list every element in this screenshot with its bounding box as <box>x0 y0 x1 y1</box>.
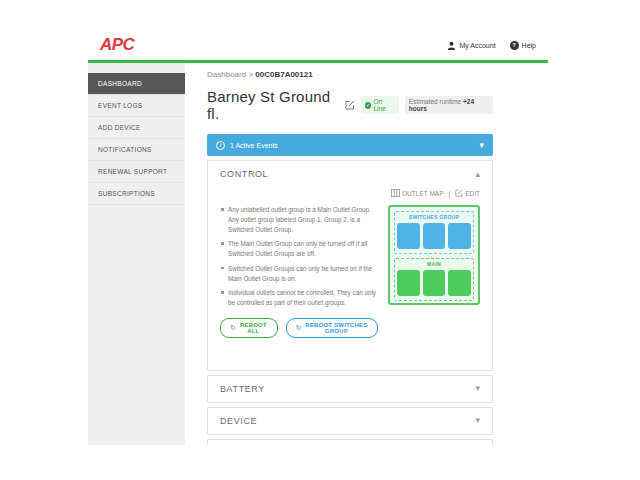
outlet-square <box>423 223 446 249</box>
chevron-down-icon[interactable]: ▾ <box>479 141 484 150</box>
outlet-square <box>397 223 420 249</box>
main-content: Dashboard > 00C0B7A00121 Barney St Groun… <box>185 63 548 445</box>
outlet-row <box>397 270 471 296</box>
battery-card: BATTERY ▾ <box>207 375 493 403</box>
outlet-group-label: MAIN <box>397 262 471 267</box>
app-header: APC My Account ? Help <box>88 30 548 60</box>
outlet-group-label: SWITCHES GROUP <box>397 215 471 220</box>
status-badge: ✓ On Line <box>361 96 399 114</box>
active-events-banner[interactable]: i 1 Active Events ▾ <box>207 134 493 156</box>
battery-title: BATTERY <box>220 384 265 394</box>
help-button[interactable]: ? Help <box>510 41 536 50</box>
edit-icon <box>455 189 463 197</box>
sidebar-item-add-device[interactable]: ADD DEVICE <box>88 117 185 139</box>
chevron-up-icon[interactable]: ▴ <box>475 170 480 179</box>
sidebar: DASHBOARD EVENT LOGS ADD DEVICE NOTIFICA… <box>88 63 185 445</box>
banner-left: i 1 Active Events <box>216 141 278 150</box>
header-actions: My Account ? Help <box>447 41 536 50</box>
apc-logo: APC <box>100 35 134 55</box>
outlet-map-link[interactable]: OUTLET MAP <box>391 189 443 197</box>
help-label: Help <box>522 42 536 49</box>
link-separator: | <box>448 190 450 197</box>
rule-item: Individual outlets cannot be controlled.… <box>220 288 378 308</box>
app-window: APC My Account ? Help DASHBOARD EVENT LO… <box>88 30 548 445</box>
outlet-square <box>448 270 471 296</box>
breadcrumb-separator: > <box>248 70 253 79</box>
user-icon <box>447 41 456 50</box>
rule-item: The Main Outlet Group can only be turned… <box>220 239 378 259</box>
outlet-map-link-label: OUTLET MAP <box>402 190 443 197</box>
diagnostics-card: DIAGNOSTICS ▴ UPS SELF TEST ? AUDIBLE AL… <box>207 439 493 445</box>
chevron-down-icon[interactable]: ▾ <box>475 416 480 425</box>
sidebar-item-notifications[interactable]: NOTIFICATIONS <box>88 139 185 161</box>
outlet-group-switches: SWITCHES GROUP <box>394 211 474 254</box>
device-card: DEVICE ▾ <box>207 407 493 435</box>
runtime-label: Estimated runtime <box>409 98 461 105</box>
runtime-badge: Estimated runtime +24 hours <box>405 96 493 114</box>
rule-item: Any unlabelled outlet group is a Main Ou… <box>220 205 378 234</box>
control-card: CONTROL ▴ OUTLET MAP | <box>207 160 493 371</box>
status-label: On Line <box>373 98 394 112</box>
rules-list: Any unlabelled outlet group is a Main Ou… <box>220 205 378 308</box>
control-bottom-padding <box>208 338 492 370</box>
outlet-map-links: OUTLET MAP | EDIT <box>208 187 492 201</box>
outlet-square <box>423 270 446 296</box>
page-title: Barney St Ground fl. <box>207 88 339 122</box>
check-icon: ✓ <box>365 102 372 109</box>
sidebar-item-subscriptions[interactable]: SUBSCRIPTIONS <box>88 183 185 205</box>
chevron-down-icon[interactable]: ▾ <box>475 384 480 393</box>
outlet-map: SWITCHES GROUP MAIN <box>388 205 480 305</box>
edit-link-label: EDIT <box>465 190 480 197</box>
rule-item: Switched Outlet Groups can only be turne… <box>220 264 378 284</box>
control-title: CONTROL <box>220 169 268 179</box>
info-icon: i <box>216 141 225 150</box>
page-body: DASHBOARD EVENT LOGS ADD DEVICE NOTIFICA… <box>88 63 548 445</box>
reboot-switches-label: REBOOT SWITCHES GROUP <box>305 322 368 334</box>
edit-link[interactable]: EDIT <box>455 189 480 197</box>
reboot-all-label: REBOOT ALL <box>239 322 268 334</box>
outlet-row <box>397 223 471 249</box>
reboot-switches-group-button[interactable]: ↻ REBOOT SWITCHES GROUP <box>286 318 378 338</box>
reboot-all-button[interactable]: ↻ REBOOT ALL <box>220 318 278 338</box>
help-icon: ? <box>510 41 519 50</box>
breadcrumb-device-id: 00C0B7A00121 <box>255 70 312 79</box>
reboot-buttons: ↻ REBOOT ALL ↻ REBOOT SWITCHES GROUP <box>220 318 378 338</box>
device-section-header[interactable]: DEVICE ▾ <box>208 408 492 434</box>
outlet-map-column: SWITCHES GROUP MAIN <box>388 205 480 338</box>
map-icon <box>391 189 400 197</box>
title-row: Barney St Ground fl. ✓ On Line Estimated… <box>207 88 493 122</box>
diagnostics-section-header[interactable]: DIAGNOSTICS ▴ <box>208 440 492 445</box>
my-account-button[interactable]: My Account <box>447 41 495 50</box>
control-rules: Any unlabelled outlet group is a Main Ou… <box>220 205 388 338</box>
battery-section-header[interactable]: BATTERY ▾ <box>208 376 492 402</box>
sidebar-item-dashboard[interactable]: DASHBOARD <box>88 73 185 95</box>
device-title: DEVICE <box>220 416 257 426</box>
outlet-square <box>448 223 471 249</box>
outlet-square <box>397 270 420 296</box>
outlet-group-main: MAIN <box>394 258 474 301</box>
edit-title-icon[interactable] <box>345 100 355 110</box>
sidebar-item-renewal-support[interactable]: RENEWAL SUPPORT <box>88 161 185 183</box>
sidebar-item-event-logs[interactable]: EVENT LOGS <box>88 95 185 117</box>
my-account-label: My Account <box>459 42 495 49</box>
refresh-icon: ↻ <box>230 324 236 332</box>
breadcrumb: Dashboard > 00C0B7A00121 <box>207 70 493 79</box>
banner-label: 1 Active Events <box>230 142 278 149</box>
screen: APC My Account ? Help DASHBOARD EVENT LO… <box>0 0 640 480</box>
breadcrumb-dashboard-link[interactable]: Dashboard <box>207 70 246 79</box>
control-body: Any unlabelled outlet group is a Main Ou… <box>208 201 492 338</box>
control-section-header[interactable]: CONTROL ▴ <box>208 161 492 187</box>
refresh-icon: ↻ <box>296 324 302 332</box>
